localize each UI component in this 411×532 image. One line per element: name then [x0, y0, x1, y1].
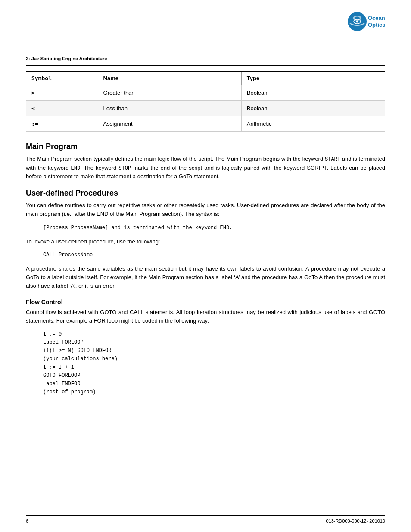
page: 2: Jaz Scripting Engine Architecture Oce… — [0, 0, 411, 532]
type-gt: Boolean — [241, 85, 385, 101]
user-defined-body1: You can define routines to carry out rep… — [26, 201, 385, 218]
user-defined-body3: A procedure shares the same variables as… — [26, 264, 385, 290]
code-call: CALL ProcessName — [43, 251, 385, 259]
flow-control-section: Flow Control Control flow is achieved wi… — [26, 299, 385, 397]
type-assign: Arithmetic — [241, 116, 385, 132]
code-process-name: [Process ProcessName] and is terminated … — [43, 224, 385, 232]
user-defined-section: User-defined Procedures You can define r… — [26, 189, 385, 290]
chapter-label: 2: Jaz Scripting Engine Architecture — [26, 9, 107, 61]
symbol-gt: > — [26, 85, 98, 101]
type-lt: Boolean — [241, 101, 385, 116]
col-header-symbol: Symbol — [26, 71, 98, 85]
user-defined-body2: To invoke a user-defined procedure, use … — [26, 237, 385, 246]
page-header: 2: Jaz Scripting Engine Architecture Oce… — [26, 9, 385, 61]
ocean-optics-logo: Ocean Optics — [333, 9, 385, 37]
symbols-table: Symbol Name Type > Greater than Boolean … — [26, 71, 385, 132]
keyword-stop: STOP — [118, 165, 131, 171]
flow-control-code: I := 0 Label FORLOOP if(I >= N) GOTO END… — [43, 330, 385, 397]
keyword-start: START — [325, 156, 340, 162]
table-row: > Greater than Boolean — [26, 85, 385, 101]
header-divider — [26, 65, 385, 66]
keyword-end: END — [71, 165, 81, 171]
svg-text:Optics: Optics — [368, 22, 385, 28]
doc-id: 013-RD000-000-12- 201010 — [326, 518, 385, 523]
name-gt: Greater than — [98, 85, 241, 101]
svg-point-6 — [356, 21, 358, 23]
col-header-type: Type — [241, 71, 385, 85]
main-program-body: The Main Program section typically defin… — [26, 155, 385, 181]
page-number: 6 — [26, 518, 28, 523]
main-program-title: Main Program — [26, 142, 385, 151]
code-process-inline: [Process ProcessName] — [43, 225, 108, 231]
table-row: < Less than Boolean — [26, 101, 385, 116]
name-lt: Less than — [98, 101, 241, 116]
logo-area: Ocean Optics — [333, 9, 385, 37]
main-program-section: Main Program The Main Program section ty… — [26, 142, 385, 181]
symbol-assign: := — [26, 116, 98, 132]
svg-text:Ocean: Ocean — [368, 15, 385, 21]
name-assign: Assignment — [98, 116, 241, 132]
table-row: := Assignment Arithmetic — [26, 116, 385, 132]
page-footer: 6 013-RD000-000-12- 201010 — [26, 515, 385, 523]
symbol-lt: < — [26, 101, 98, 116]
user-defined-title: User-defined Procedures — [26, 189, 385, 198]
flow-control-body: Control flow is achieved with GOTO and C… — [26, 308, 385, 325]
col-header-name: Name — [98, 71, 241, 85]
flow-control-title: Flow Control — [26, 299, 385, 305]
